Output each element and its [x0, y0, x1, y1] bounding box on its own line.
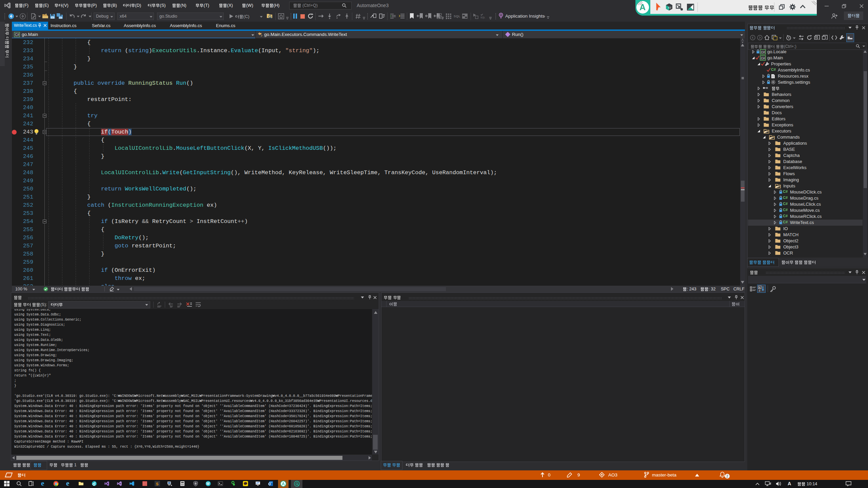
- svg-text:A: A: [759, 286, 761, 289]
- svg-text:C#: C#: [761, 56, 765, 60]
- svg-text:W: W: [206, 482, 210, 486]
- svg-text:Z: Z: [759, 289, 761, 292]
- svg-text:S: S: [156, 482, 158, 486]
- svg-text:A: A: [282, 482, 285, 486]
- svg-text:E2: E2: [668, 6, 671, 9]
- svg-text:SQL: SQL: [480, 16, 485, 19]
- svg-text:C#: C#: [15, 33, 19, 37]
- svg-text:C#: C#: [761, 50, 765, 54]
